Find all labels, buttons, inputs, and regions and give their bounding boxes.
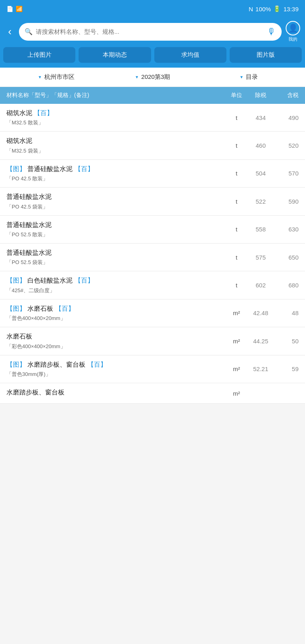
cell-unit: m² <box>226 338 247 345</box>
profile-label: 我的 <box>288 36 297 42</box>
material-info: 水磨石板「彩色400×400×20mm」 <box>6 332 226 350</box>
th-notax: 除税 <box>247 92 274 99</box>
material-name: 普通硅酸盐水泥 <box>6 221 226 229</box>
material-spec: 「普色400×400×20mm」 <box>6 315 226 322</box>
table-row[interactable]: 【图】 水磨石板 【百】「普色400×400×20mm」m²42.4848 <box>0 299 305 327</box>
material-spec: 「PO 42.5 散装」 <box>6 175 226 182</box>
filter-region[interactable]: ▼ 杭州市市区 <box>8 73 104 81</box>
cell-notax: 575 <box>247 254 274 261</box>
filter-region-label: 杭州市市区 <box>44 73 75 81</box>
cell-unit: m² <box>226 310 247 316</box>
cell-tax: 59 <box>274 365 299 372</box>
table-row[interactable]: 水磨石板「彩色400×400×20mm」m²44.2550 <box>0 327 305 355</box>
average-button[interactable]: 求均值 <box>154 47 226 63</box>
cell-notax: 602 <box>247 282 274 289</box>
material-info: 【图】 普通硅酸盐水泥 【百】「PO 42.5 散装」 <box>6 165 226 182</box>
material-info: 普通硅酸盐水泥「PO 52.5 散装」 <box>6 221 226 238</box>
material-info: 砌筑水泥 【百】「M32.5 散装」 <box>6 109 226 126</box>
material-spec: 「PO 42.5 袋装」 <box>6 203 226 211</box>
status-right: N 100% 🔋 13:39 <box>249 5 299 12</box>
table-header: 材料名称「型号」「规格」(备注) 单位 除税 含税 <box>0 87 305 104</box>
status-bar: 📄 📶 N 100% 🔋 13:39 <box>0 0 305 18</box>
material-spec: 「PO 52.5 袋装」 <box>6 259 226 266</box>
battery-icon: 🔋 <box>273 5 281 12</box>
avatar-icon: 👤 <box>288 23 298 33</box>
material-info: 水磨踏步板、窗台板 <box>6 388 226 398</box>
cell-notax: 434 <box>247 114 274 121</box>
mic-icon[interactable]: 🎙 <box>267 27 276 37</box>
filter-catalog-label: 目录 <box>246 73 258 81</box>
triangle-icon: ▼ <box>38 75 42 79</box>
material-spec: 「PO 52.5 散装」 <box>6 231 226 238</box>
table-row[interactable]: 水磨踏步板、窗台板m² <box>0 383 305 404</box>
time-label: 13:39 <box>283 6 299 12</box>
filter-period-label: 2020第3期 <box>141 73 170 81</box>
cell-tax: 490 <box>274 114 299 121</box>
material-name: 普通硅酸盐水泥 <box>6 248 226 257</box>
material-name: 水磨踏步板、窗台板 <box>6 388 226 397</box>
material-spec: 「425#、二级白度」 <box>6 287 226 294</box>
material-info: 砌筑水泥「M32.5 袋装」 <box>6 136 226 154</box>
wifi-icon: 📶 <box>16 6 23 12</box>
table-row[interactable]: 普通硅酸盐水泥「PO 52.5 散装」t558630 <box>0 216 305 244</box>
search-input[interactable] <box>36 28 264 35</box>
cell-unit: t <box>226 142 247 149</box>
material-spec: 「普色30mm(厚)」 <box>6 371 226 378</box>
search-box: 🔍 🎙 <box>19 23 282 41</box>
table-row[interactable]: 【图】 白色硅酸盐水泥 【百】「425#、二级白度」t602680 <box>0 271 305 299</box>
cell-tax: 570 <box>274 170 299 177</box>
file-icon: 📄 <box>6 6 13 12</box>
filter-catalog[interactable]: ▼ 目录 <box>201 73 297 81</box>
filter-row: ▼ 杭州市市区 ▼ 2020第3期 ▼ 目录 <box>0 68 305 87</box>
cell-notax: 52.21 <box>247 365 274 372</box>
material-info: 【图】 白色硅酸盐水泥 【百】「425#、二级白度」 <box>6 276 226 294</box>
cell-notax: 460 <box>247 142 274 149</box>
cell-unit: t <box>226 198 247 205</box>
cell-unit: t <box>226 114 247 121</box>
th-unit: 单位 <box>226 92 247 99</box>
material-info: 普通硅酸盐水泥「PO 42.5 袋装」 <box>6 192 226 210</box>
status-left: 📄 📶 <box>6 6 23 12</box>
material-info: 【图】 水磨踏步板、窗台板 【百】「普色30mm(厚)」 <box>6 360 226 378</box>
table-row[interactable]: 【图】 普通硅酸盐水泥 【百】「PO 42.5 散装」t504570 <box>0 160 305 188</box>
cell-tax: 50 <box>274 338 299 345</box>
profile-avatar: 👤 <box>286 21 300 35</box>
cell-tax: 650 <box>274 254 299 261</box>
search-icon: 🔍 <box>25 28 33 35</box>
cell-notax: 504 <box>247 170 274 177</box>
th-tax: 含税 <box>274 92 299 99</box>
table-row[interactable]: 普通硅酸盐水泥「PO 42.5 袋装」t522590 <box>0 188 305 215</box>
material-info: 【图】 水磨石板 【百】「普色400×400×20mm」 <box>6 304 226 322</box>
material-name: 砌筑水泥 <box>6 136 226 145</box>
cell-tax: 520 <box>274 142 299 149</box>
material-name: 【图】 水磨石板 【百】 <box>6 304 226 313</box>
picture-button[interactable]: 图片版 <box>230 47 302 63</box>
upload-button[interactable]: 上传图片 <box>3 47 75 63</box>
table-row[interactable]: 砌筑水泥 【百】「M32.5 散装」t434490 <box>0 104 305 132</box>
header: ‹ 🔍 🎙 👤 我的 <box>0 18 305 47</box>
table-body: 砌筑水泥 【百】「M32.5 散装」t434490砌筑水泥「M32.5 袋装」t… <box>0 104 305 404</box>
material-name: 普通硅酸盐水泥 <box>6 192 226 201</box>
table-row[interactable]: 普通硅酸盐水泥「PO 52.5 袋装」t575650 <box>0 244 305 271</box>
table-row[interactable]: 【图】 水磨踏步板、窗台板 【百】「普色30mm(厚)」m²52.2159 <box>0 355 305 383</box>
cell-notax: 522 <box>247 198 274 205</box>
material-spec: 「M32.5 散装」 <box>6 119 226 126</box>
dynamic-button[interactable]: 本期动态 <box>79 47 151 63</box>
material-spec: 「彩色400×400×20mm」 <box>6 343 226 350</box>
cell-tax: 630 <box>274 226 299 233</box>
triangle-icon-3: ▼ <box>240 75 244 79</box>
action-buttons: 上传图片 本期动态 求均值 图片版 <box>0 47 305 68</box>
cell-unit: t <box>226 170 247 177</box>
cell-unit: t <box>226 254 247 261</box>
back-button[interactable]: ‹ <box>5 24 15 39</box>
material-name: 水磨石板 <box>6 332 226 341</box>
material-name: 【图】 白色硅酸盐水泥 【百】 <box>6 276 226 285</box>
material-spec: 「M32.5 袋装」 <box>6 147 226 155</box>
profile-button[interactable]: 👤 我的 <box>286 21 300 42</box>
cell-tax: 590 <box>274 198 299 205</box>
cell-unit: m² <box>226 365 247 372</box>
filter-period[interactable]: ▼ 2020第3期 <box>104 73 201 81</box>
material-name: 砌筑水泥 【百】 <box>6 109 226 118</box>
table-row[interactable]: 砌筑水泥「M32.5 袋装」t460520 <box>0 132 305 159</box>
cell-notax: 558 <box>247 226 274 233</box>
